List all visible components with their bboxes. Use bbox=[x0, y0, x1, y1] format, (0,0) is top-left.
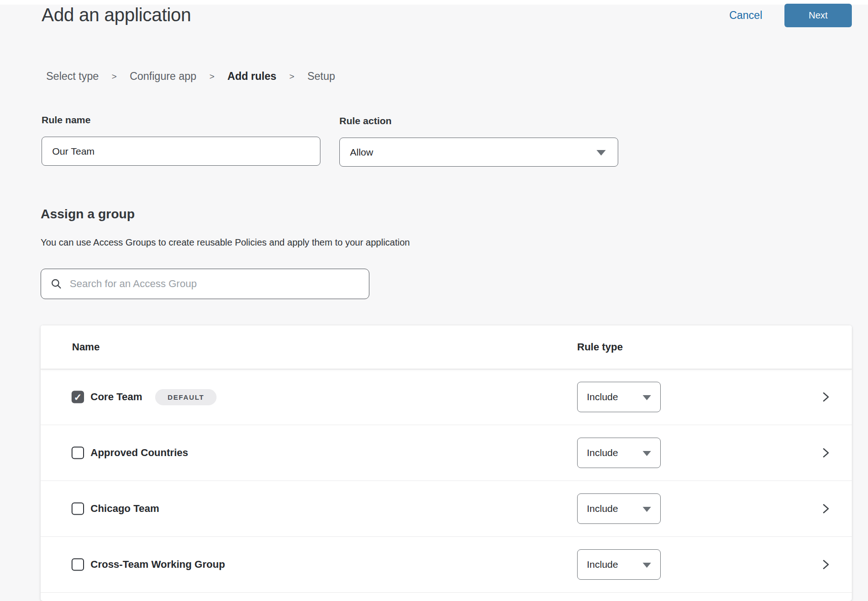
table-row: Approved Countries Include bbox=[41, 425, 852, 481]
rule-action-label: Rule action bbox=[339, 115, 618, 126]
rule-type-value: Include bbox=[587, 503, 618, 514]
breadcrumb-step-setup[interactable]: Setup bbox=[307, 70, 335, 83]
next-button[interactable]: Next bbox=[784, 4, 852, 27]
rule-type-value: Include bbox=[587, 559, 618, 570]
row-name: Cross-Team Working Group bbox=[90, 559, 225, 571]
table-row: Core Team DEFAULT Include bbox=[41, 369, 852, 425]
chevron-down-icon bbox=[597, 150, 606, 156]
access-group-search[interactable] bbox=[41, 269, 369, 299]
rule-action-value: Allow bbox=[350, 147, 373, 158]
column-header-name: Name bbox=[72, 341, 100, 353]
group-table-body: Core Team DEFAULT Include Approved Count… bbox=[41, 369, 852, 593]
breadcrumb-separator: > bbox=[289, 72, 295, 82]
rule-type-select[interactable]: Include bbox=[577, 493, 661, 524]
rule-name-input[interactable] bbox=[42, 137, 320, 166]
rule-action-field: Rule action Allow bbox=[339, 115, 618, 167]
rule-type-select[interactable]: Include bbox=[577, 438, 661, 468]
rule-action-select[interactable]: Allow bbox=[339, 138, 618, 167]
access-groups-table: Name Rule type Core Team DEFAULT Include… bbox=[41, 325, 852, 601]
rule-name-label: Rule name bbox=[42, 114, 320, 126]
chevron-right-icon[interactable] bbox=[819, 391, 832, 403]
breadcrumb: Select type > Configure app > Add rules … bbox=[46, 70, 335, 83]
assign-group-description: You can use Access Groups to create reus… bbox=[41, 237, 410, 248]
cancel-button[interactable]: Cancel bbox=[729, 9, 762, 22]
default-badge: DEFAULT bbox=[155, 389, 217, 405]
chevron-right-icon[interactable] bbox=[819, 558, 832, 571]
breadcrumb-separator: > bbox=[112, 72, 117, 82]
breadcrumb-step-configure-app[interactable]: Configure app bbox=[130, 70, 197, 83]
row-checkbox[interactable] bbox=[72, 391, 84, 403]
chevron-down-icon bbox=[643, 563, 651, 568]
search-icon bbox=[50, 278, 62, 290]
add-application-page: Add an application Cancel Next Select ty… bbox=[0, 0, 868, 601]
row-checkbox[interactable] bbox=[72, 447, 84, 459]
row-checkbox[interactable] bbox=[72, 559, 84, 571]
table-row: Cross-Team Working Group Include bbox=[41, 537, 852, 593]
row-name: Core Team bbox=[90, 391, 142, 403]
rule-type-select[interactable]: Include bbox=[577, 549, 661, 580]
search-input[interactable] bbox=[70, 278, 360, 290]
rule-type-value: Include bbox=[587, 391, 618, 403]
breadcrumb-step-add-rules: Add rules bbox=[228, 70, 277, 83]
rule-type-select[interactable]: Include bbox=[577, 382, 661, 412]
chevron-down-icon bbox=[643, 395, 651, 400]
chevron-down-icon bbox=[643, 507, 651, 512]
row-checkbox[interactable] bbox=[72, 503, 84, 515]
row-name: Chicago Team bbox=[90, 503, 159, 515]
column-header-rule-type: Rule type bbox=[577, 341, 623, 353]
rule-name-field: Rule name bbox=[42, 114, 320, 166]
breadcrumb-step-select-type[interactable]: Select type bbox=[46, 70, 99, 83]
table-row: Chicago Team Include bbox=[41, 481, 852, 537]
page-title: Add an application bbox=[42, 5, 191, 25]
breadcrumb-separator: > bbox=[209, 72, 214, 82]
chevron-down-icon bbox=[643, 451, 651, 456]
rule-type-value: Include bbox=[587, 447, 618, 458]
row-name: Approved Countries bbox=[90, 447, 188, 459]
chevron-right-icon[interactable] bbox=[819, 446, 832, 459]
chevron-right-icon[interactable] bbox=[819, 502, 832, 515]
assign-group-heading: Assign a group bbox=[41, 207, 135, 222]
header-actions: Cancel Next bbox=[729, 4, 852, 27]
table-header: Name Rule type bbox=[41, 325, 852, 369]
